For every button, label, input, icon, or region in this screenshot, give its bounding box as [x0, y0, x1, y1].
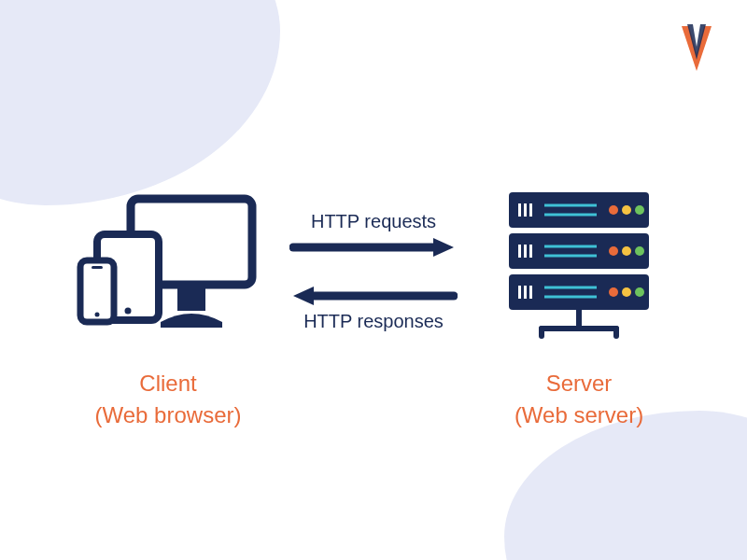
request-label: HTTP requests: [311, 211, 436, 232]
client-side: Client (Web browser): [65, 187, 271, 430]
client-title: Client: [95, 368, 242, 399]
svg-rect-21: [529, 245, 532, 258]
svg-rect-12: [529, 203, 532, 217]
decorative-blob-top: [0, 0, 280, 205]
response-arrow-block: HTTP responses: [289, 285, 458, 332]
svg-rect-11: [524, 203, 527, 217]
client-devices-icon: [75, 187, 261, 345]
svg-rect-30: [529, 286, 532, 299]
brand-logo-icon: [676, 22, 717, 78]
server-side: Server (Web server): [476, 187, 682, 430]
svg-rect-5: [92, 266, 103, 269]
svg-rect-10: [518, 203, 521, 217]
svg-rect-19: [518, 245, 521, 258]
svg-point-17: [635, 205, 644, 215]
response-label: HTTP responses: [303, 311, 444, 332]
svg-rect-1: [177, 288, 205, 311]
client-label: Client (Web browser): [95, 368, 242, 430]
server-label: Server (Web server): [514, 368, 643, 430]
decorative-blob-bottom: [504, 411, 747, 560]
svg-point-33: [609, 287, 618, 297]
svg-point-26: [635, 246, 644, 256]
arrow-left-icon: [289, 285, 458, 307]
svg-rect-29: [524, 286, 527, 299]
svg-point-16: [622, 205, 631, 215]
server-rack-icon: [500, 187, 658, 345]
svg-rect-28: [518, 286, 521, 299]
request-arrow-block: HTTP requests: [289, 211, 458, 259]
svg-point-35: [635, 287, 644, 297]
svg-point-15: [609, 205, 618, 215]
svg-rect-20: [524, 245, 527, 258]
server-subtitle: (Web server): [514, 399, 643, 431]
svg-point-34: [622, 287, 631, 297]
arrow-right-icon: [289, 236, 458, 259]
server-title: Server: [514, 368, 643, 399]
client-subtitle: (Web browser): [95, 399, 242, 431]
svg-point-24: [609, 246, 618, 256]
arrows-column: HTTP requests HTTP responses: [271, 187, 476, 332]
svg-point-6: [95, 313, 100, 317]
diagram-content: Client (Web browser) HTTP requests HTTP …: [0, 187, 747, 430]
svg-point-25: [622, 246, 631, 256]
svg-point-3: [125, 308, 132, 315]
